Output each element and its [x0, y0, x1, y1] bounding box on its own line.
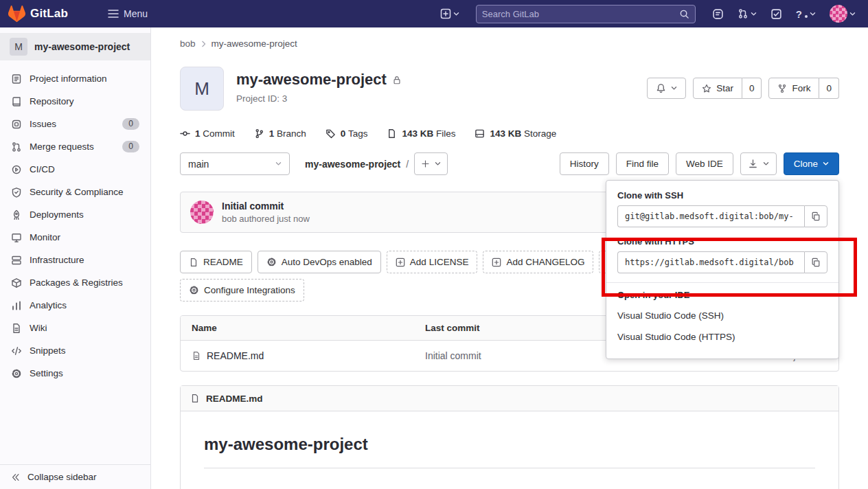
copy-ssh-button[interactable]	[804, 205, 827, 227]
gear-icon	[266, 257, 277, 267]
sidebar-item-wiki[interactable]: Wiki	[0, 317, 150, 339]
sidebar-item-deployments[interactable]: Deployments	[0, 203, 150, 226]
project-mini-avatar: M	[10, 38, 27, 56]
sidebar-item-label: Infrastructure	[30, 255, 84, 265]
project-avatar: M	[180, 67, 224, 111]
gitlab-logo[interactable]: GitLab	[8, 5, 68, 22]
download-button[interactable]	[740, 152, 777, 175]
user-avatar	[830, 5, 847, 23]
auto-devops-button[interactable]: Auto DevOps enabled	[258, 251, 381, 273]
sidebar-item-repository[interactable]: Repository	[0, 90, 150, 113]
history-button[interactable]: History	[560, 152, 609, 175]
plus-square-icon	[440, 8, 451, 19]
fork-button[interactable]: Fork	[768, 78, 819, 99]
fork-count[interactable]: 0	[819, 78, 839, 99]
ci-cd-icon	[11, 164, 22, 175]
web-ide-button[interactable]: Web IDE	[676, 152, 733, 175]
todos-button[interactable]	[766, 5, 786, 23]
document-icon	[189, 258, 198, 267]
shield-icon	[11, 187, 22, 198]
merge-request-icon	[738, 8, 749, 19]
tag-icon	[326, 128, 336, 139]
breadcrumb: bob my-awesome-project	[180, 38, 839, 49]
wiki-document-icon	[11, 323, 22, 334]
readme-section: README.md my-awesome-project	[180, 385, 839, 489]
sidebar-item-label: Settings	[30, 368, 63, 378]
sidebar-item-packages-registries[interactable]: Packages & Registries	[0, 271, 150, 294]
vscode-https-link[interactable]: Visual Studio Code (HTTPS)	[617, 326, 827, 348]
star-button[interactable]: Star	[693, 78, 742, 99]
repo-path-link[interactable]: my-awesome-project	[305, 159, 400, 170]
readme-body: my-awesome-project	[181, 411, 838, 489]
repo-controls: main my-awesome-project / History Find f…	[180, 152, 839, 175]
branch-selector[interactable]: main	[180, 152, 290, 175]
page-title: my-awesome-project	[236, 71, 387, 89]
sidebar-item-label: Analytics	[30, 300, 67, 310]
tags-stat[interactable]: 0 Tags	[326, 128, 368, 139]
add-license-button[interactable]: Add LICENSE	[387, 251, 478, 273]
repository-icon	[11, 96, 22, 107]
star-count[interactable]: 0	[742, 78, 762, 99]
plus-square-icon	[396, 258, 405, 267]
configure-integrations-button[interactable]: Configure Integrations	[180, 279, 304, 302]
global-search[interactable]	[476, 5, 696, 23]
add-file-button[interactable]	[414, 152, 448, 175]
readme-button[interactable]: README	[180, 251, 252, 273]
find-file-button[interactable]: Find file	[616, 152, 669, 175]
search-icon	[679, 9, 689, 19]
sidebar-item-label: Repository	[30, 96, 74, 106]
sidebar-item-issues[interactable]: Issues 0	[0, 113, 150, 135]
sidebar-item-snippets[interactable]: Snippets	[0, 339, 150, 362]
merge-requests-count-badge: 0	[122, 141, 139, 152]
collapse-sidebar-button[interactable]: Collapse sidebar	[0, 464, 150, 489]
sidebar-item-monitor[interactable]: Monitor	[0, 226, 150, 249]
commit-message-link[interactable]: Initial commit	[425, 350, 481, 361]
https-url-input[interactable]	[617, 251, 804, 273]
sidebar-item-analytics[interactable]: Analytics	[0, 294, 150, 317]
sidebar-item-infrastructure[interactable]: Infrastructure	[0, 249, 150, 271]
branches-stat[interactable]: 1 Branch	[254, 128, 306, 139]
clone-button[interactable]: Clone	[784, 152, 839, 175]
help-button[interactable]: ?	[792, 5, 820, 23]
add-changelog-button[interactable]: Add CHANGELOG	[483, 251, 593, 273]
copy-https-button[interactable]	[804, 251, 827, 273]
menu-button[interactable]: Menu	[102, 5, 153, 23]
clone-label: Clone	[794, 159, 818, 169]
commit-title-link[interactable]: Initial commit	[222, 201, 284, 212]
markdown-file-icon	[192, 351, 201, 361]
new-menu-button[interactable]	[436, 5, 464, 23]
search-input[interactable]	[482, 9, 679, 19]
files-stat[interactable]: 143 KB Files	[387, 128, 455, 139]
chevron-down-icon	[763, 161, 769, 166]
file-link[interactable]: README.md	[207, 350, 264, 361]
project-information-icon	[11, 73, 22, 84]
chevron-down-icon	[810, 12, 816, 16]
storage-stat[interactable]: 143 KB Storage	[475, 128, 556, 139]
sidebar-item-project-information[interactable]: Project information	[0, 67, 150, 90]
issues-navbar-button[interactable]	[708, 5, 728, 23]
brand-name: GitLab	[30, 7, 68, 21]
issues-icon	[712, 8, 724, 20]
plus-icon	[421, 159, 430, 168]
sidebar-item-label: Deployments	[30, 209, 84, 220]
merge-requests-navbar-button[interactable]	[733, 5, 761, 23]
servers-icon	[11, 255, 22, 266]
left-sidebar: M my-awesome-project Project information…	[0, 27, 151, 489]
sidebar-item-settings[interactable]: Settings	[0, 362, 150, 385]
storage-icon	[475, 128, 485, 139]
star-icon	[702, 84, 711, 93]
sidebar-project-link[interactable]: M my-awesome-project	[0, 33, 150, 60]
sidebar-item-merge-requests[interactable]: Merge requests 0	[0, 135, 150, 158]
commits-stat[interactable]: 1 Commit	[180, 128, 235, 139]
visibility-lock-icon	[392, 75, 402, 85]
notifications-button[interactable]	[647, 78, 686, 99]
ssh-url-input[interactable]	[617, 205, 804, 227]
chevron-down-icon	[453, 12, 459, 16]
breadcrumb-link-owner[interactable]: bob	[180, 38, 196, 49]
user-menu[interactable]	[825, 1, 860, 26]
sidebar-item-ci-cd[interactable]: CI/CD	[0, 158, 150, 181]
breadcrumb-current[interactable]: my-awesome-project	[212, 38, 297, 49]
sidebar-item-security-compliance[interactable]: Security & Compliance	[0, 181, 150, 203]
vscode-ssh-link[interactable]: Visual Studio Code (SSH)	[617, 305, 827, 326]
star-label: Star	[716, 83, 733, 93]
